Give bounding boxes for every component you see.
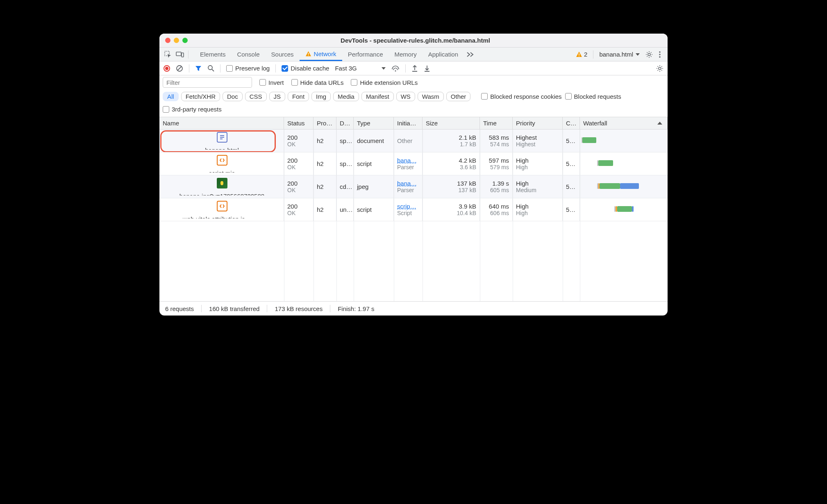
col-name[interactable]: Name xyxy=(159,117,284,129)
download-icon[interactable] xyxy=(424,65,430,72)
initiator-link[interactable]: bana… xyxy=(397,157,419,164)
gear-icon[interactable] xyxy=(645,51,653,58)
third-party-toggle[interactable]: 3rd-party requests xyxy=(163,106,222,113)
warning-count-value: 2 xyxy=(584,51,587,58)
type-pill-ws[interactable]: WS xyxy=(396,92,415,101)
table-row[interactable]: banana.html200OKh2sp…documentOther2.1 kB… xyxy=(159,129,668,152)
svg-point-10 xyxy=(659,56,661,58)
status-finish: Finish: 1.97 s xyxy=(336,305,376,312)
type-pill-doc[interactable]: Doc xyxy=(223,92,243,101)
divider xyxy=(220,64,220,73)
throttling-select[interactable]: Fast 3G xyxy=(335,65,385,72)
preserve-log-toggle[interactable]: Preserve log xyxy=(226,65,270,72)
tab-sources[interactable]: Sources xyxy=(266,48,300,61)
svg-point-13 xyxy=(208,66,212,70)
blocked-cookies-toggle[interactable]: Blocked response cookies xyxy=(481,93,561,100)
svg-rect-1 xyxy=(176,52,181,56)
preserve-log-label: Preserve log xyxy=(235,65,270,72)
col-status[interactable]: Status xyxy=(284,117,314,129)
blocked-requests-toggle[interactable]: Blocked requests xyxy=(565,93,621,100)
device-toggle-icon[interactable] xyxy=(176,51,184,58)
checkbox-checked-icon xyxy=(282,65,288,72)
inspect-icon[interactable] xyxy=(164,51,172,58)
waterfall-cell xyxy=(580,175,668,198)
filter-input[interactable] xyxy=(163,77,252,88)
main-tabs: ElementsConsoleSourcesNetworkPerformance… xyxy=(159,48,668,61)
svg-rect-4 xyxy=(308,55,309,56)
col-domain[interactable]: D… xyxy=(336,117,354,129)
svg-point-15 xyxy=(395,70,396,71)
request-name: banana.jpg?v=1705668720588 xyxy=(179,193,264,195)
status-requests: 6 requests xyxy=(164,305,195,312)
hide-extension-urls-toggle[interactable]: Hide extension URLs xyxy=(351,79,418,86)
devtools-window: DevTools - speculative-rules.glitch.me/b… xyxy=(159,34,668,316)
tab-application[interactable]: Application xyxy=(423,48,464,61)
table-row[interactable]: script.mjs200OKh2sp…scriptbana…Parser4.2… xyxy=(159,152,668,175)
col-size[interactable]: Size xyxy=(423,117,480,129)
col-initiator[interactable]: Initia… xyxy=(394,117,423,129)
divider xyxy=(405,64,406,73)
upload-icon[interactable] xyxy=(411,65,418,72)
type-pill-other[interactable]: Other xyxy=(446,92,471,101)
type-pill-manifest[interactable]: Manifest xyxy=(361,92,394,101)
type-pill-img[interactable]: Img xyxy=(311,92,331,101)
page-selector[interactable]: banana.html xyxy=(599,51,640,58)
svg-point-8 xyxy=(659,51,661,53)
record-button[interactable] xyxy=(164,65,170,72)
type-pill-all[interactable]: All xyxy=(163,92,179,101)
type-pill-js[interactable]: JS xyxy=(269,92,286,101)
table-row[interactable]: banana.jpg?v=1705668720588cdn.glitch.glo… xyxy=(159,175,668,198)
chevron-down-icon xyxy=(382,67,386,70)
col-priority[interactable]: Priority xyxy=(513,117,563,129)
script-icon xyxy=(217,201,227,211)
col-protocol[interactable]: Pro… xyxy=(314,117,336,129)
svg-point-9 xyxy=(659,54,661,55)
tab-console[interactable]: Console xyxy=(232,48,266,61)
invert-toggle[interactable]: Invert xyxy=(259,79,284,86)
divider xyxy=(189,64,189,73)
tab-network[interactable]: Network xyxy=(300,48,342,61)
network-settings-icon[interactable] xyxy=(656,65,663,72)
type-pill-font[interactable]: Font xyxy=(288,92,309,101)
sort-asc-icon xyxy=(657,122,662,125)
col-time[interactable]: Time xyxy=(480,117,513,129)
col-waterfall[interactable]: Waterfall xyxy=(580,117,668,129)
tab-performance[interactable]: Performance xyxy=(342,48,389,61)
clear-icon[interactable] xyxy=(176,65,183,72)
more-tabs-icon[interactable] xyxy=(464,52,476,57)
warnings-badge[interactable]: 2 xyxy=(576,51,587,58)
page-label: banana.html xyxy=(599,51,633,58)
image-thumbnail-icon xyxy=(217,178,227,188)
initiator-link[interactable]: bana… xyxy=(397,180,419,187)
col-connection[interactable]: C… xyxy=(563,117,580,129)
filter-icon[interactable] xyxy=(195,65,202,72)
hide-data-urls-toggle[interactable]: Hide data URLs xyxy=(291,79,344,86)
document-icon xyxy=(217,132,227,143)
status-transferred: 160 kB transferred xyxy=(207,305,261,312)
svg-point-18 xyxy=(659,67,661,70)
throttling-value: Fast 3G xyxy=(335,65,357,72)
svg-point-7 xyxy=(648,53,650,56)
col-type[interactable]: Type xyxy=(354,117,394,129)
request-name: script.mjs xyxy=(209,170,235,173)
search-icon[interactable] xyxy=(207,65,214,72)
network-table-body: banana.html200OKh2sp…documentOther2.1 kB… xyxy=(159,129,668,302)
filter-row-3: 3rd-party requests xyxy=(159,103,668,117)
type-pill-fetchxhr[interactable]: Fetch/XHR xyxy=(181,92,220,101)
status-bar: 6 requests 160 kB transferred 173 kB res… xyxy=(159,302,668,316)
disable-cache-toggle[interactable]: Disable cache xyxy=(282,65,329,72)
tab-elements[interactable]: Elements xyxy=(194,48,232,61)
titlebar: DevTools - speculative-rules.glitch.me/b… xyxy=(159,34,668,48)
type-pill-wasm[interactable]: Wasm xyxy=(418,92,444,101)
type-pill-media[interactable]: Media xyxy=(333,92,359,101)
initiator-link[interactable]: scrip… xyxy=(397,203,419,210)
svg-rect-3 xyxy=(308,53,309,54)
table-row[interactable]: web-vitals.attribution.jsunpkg.com/web-v… xyxy=(159,198,668,221)
type-pill-css[interactable]: CSS xyxy=(245,92,267,101)
svg-rect-6 xyxy=(579,56,579,57)
network-conditions-icon[interactable] xyxy=(391,65,400,72)
kebab-menu-icon[interactable] xyxy=(659,51,661,58)
network-table-header: Name Status Pro… D… Type Initia… Size Ti… xyxy=(159,117,668,129)
tab-memory[interactable]: Memory xyxy=(389,48,423,61)
divider xyxy=(188,50,189,59)
